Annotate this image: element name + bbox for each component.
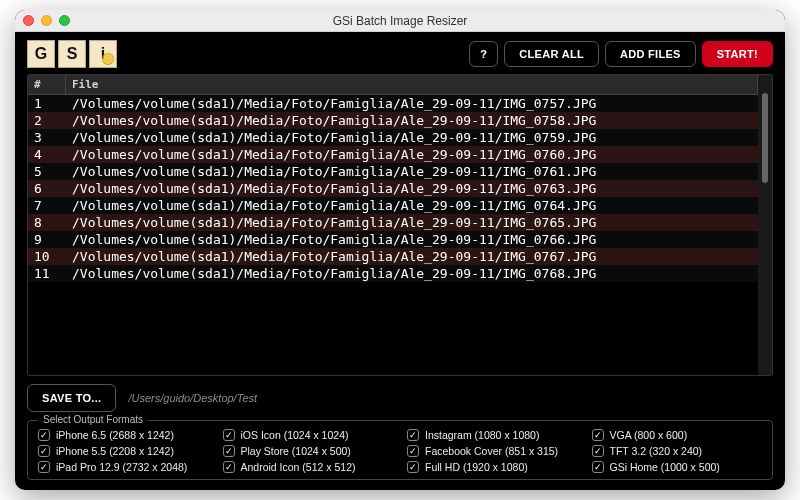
checkbox-icon[interactable] [407, 445, 419, 457]
logo-tile: G [27, 40, 55, 68]
checkbox-icon[interactable] [592, 461, 604, 473]
checkbox-icon[interactable] [592, 429, 604, 441]
format-option[interactable]: GSi Home (1000 x 500) [592, 461, 763, 473]
cell-index: 9 [28, 231, 66, 248]
cell-file: /Volumes/volume(sda1)/Media/Foto/Famigli… [66, 112, 758, 129]
zoom-icon[interactable] [59, 15, 70, 26]
cell-index: 5 [28, 163, 66, 180]
cell-index: 7 [28, 197, 66, 214]
checkbox-icon[interactable] [38, 429, 50, 441]
table-row[interactable]: 8/Volumes/volume(sda1)/Media/Foto/Famigl… [28, 214, 758, 231]
format-label: iOS Icon (1024 x 1024) [241, 429, 349, 441]
format-label: GSi Home (1000 x 500) [610, 461, 720, 473]
start-button[interactable]: START! [702, 41, 773, 67]
col-index[interactable]: # [28, 75, 66, 94]
cell-index: 8 [28, 214, 66, 231]
window-controls [23, 15, 70, 26]
save-row: SAVE TO... /Users/guido/Desktop/Test [27, 384, 773, 412]
content: G S i ? CLEAR ALL ADD FILES START! # Fil… [15, 32, 785, 490]
save-to-button[interactable]: SAVE TO... [27, 384, 116, 412]
table-row[interactable]: 1/Volumes/volume(sda1)/Media/Foto/Famigl… [28, 95, 758, 112]
format-label: iPhone 6.5 (2688 x 1242) [56, 429, 174, 441]
cell-file: /Volumes/volume(sda1)/Media/Foto/Famigli… [66, 197, 758, 214]
cell-file: /Volumes/volume(sda1)/Media/Foto/Famigli… [66, 265, 758, 282]
help-button[interactable]: ? [469, 41, 498, 67]
logo-tile: S [58, 40, 86, 68]
format-label: Play Store (1024 x 500) [241, 445, 351, 457]
checkbox-icon[interactable] [223, 429, 235, 441]
format-label: TFT 3.2 (320 x 240) [610, 445, 703, 457]
cell-file: /Volumes/volume(sda1)/Media/Foto/Famigli… [66, 163, 758, 180]
cell-index: 4 [28, 146, 66, 163]
table-row[interactable]: 7/Volumes/volume(sda1)/Media/Foto/Famigl… [28, 197, 758, 214]
vertical-scrollbar[interactable] [758, 75, 772, 375]
cell-file: /Volumes/volume(sda1)/Media/Foto/Famigli… [66, 248, 758, 265]
clear-all-button[interactable]: CLEAR ALL [504, 41, 599, 67]
format-option[interactable]: Facebook Cover (851 x 315) [407, 445, 578, 457]
close-icon[interactable] [23, 15, 34, 26]
cell-file: /Volumes/volume(sda1)/Media/Foto/Famigli… [66, 129, 758, 146]
cell-index: 2 [28, 112, 66, 129]
add-files-button[interactable]: ADD FILES [605, 41, 696, 67]
table-row[interactable]: 2/Volumes/volume(sda1)/Media/Foto/Famigl… [28, 112, 758, 129]
top-row: G S i ? CLEAR ALL ADD FILES START! [27, 40, 773, 68]
output-formats-group: Select Output Formats iPhone 6.5 (2688 x… [27, 420, 773, 480]
format-label: Android Icon (512 x 512) [241, 461, 356, 473]
checkbox-icon[interactable] [38, 461, 50, 473]
minimize-icon[interactable] [41, 15, 52, 26]
save-path: /Users/guido/Desktop/Test [128, 392, 257, 404]
cell-index: 3 [28, 129, 66, 146]
checkbox-icon[interactable] [38, 445, 50, 457]
format-label: iPhone 5.5 (2208 x 1242) [56, 445, 174, 457]
file-table: # File 1/Volumes/volume(sda1)/Media/Foto… [27, 74, 773, 376]
cell-index: 1 [28, 95, 66, 112]
format-option[interactable]: Instagram (1080 x 1080) [407, 429, 578, 441]
format-option[interactable]: iOS Icon (1024 x 1024) [223, 429, 394, 441]
format-option[interactable]: Full HD (1920 x 1080) [407, 461, 578, 473]
format-label: Facebook Cover (851 x 315) [425, 445, 558, 457]
format-option[interactable]: Play Store (1024 x 500) [223, 445, 394, 457]
cell-file: /Volumes/volume(sda1)/Media/Foto/Famigli… [66, 95, 758, 112]
app-logo: G S i [27, 40, 117, 68]
cell-file: /Volumes/volume(sda1)/Media/Foto/Famigli… [66, 146, 758, 163]
format-label: VGA (800 x 600) [610, 429, 688, 441]
table-row[interactable]: 10/Volumes/volume(sda1)/Media/Foto/Famig… [28, 248, 758, 265]
cell-index: 11 [28, 265, 66, 282]
app-window: GSi Batch Image Resizer G S i ? CLEAR AL… [15, 10, 785, 490]
formats-grid: iPhone 6.5 (2688 x 1242)iOS Icon (1024 x… [38, 429, 762, 473]
logo-tile: i [89, 40, 117, 68]
titlebar: GSi Batch Image Resizer [15, 10, 785, 32]
checkbox-icon[interactable] [407, 429, 419, 441]
formats-legend: Select Output Formats [38, 414, 148, 425]
checkbox-icon[interactable] [407, 461, 419, 473]
table-header: # File [28, 75, 758, 95]
toolbar: ? CLEAR ALL ADD FILES START! [469, 41, 773, 67]
cell-file: /Volumes/volume(sda1)/Media/Foto/Famigli… [66, 214, 758, 231]
format-option[interactable]: iPhone 6.5 (2688 x 1242) [38, 429, 209, 441]
cell-index: 10 [28, 248, 66, 265]
format-option[interactable]: VGA (800 x 600) [592, 429, 763, 441]
table-row[interactable]: 4/Volumes/volume(sda1)/Media/Foto/Famigl… [28, 146, 758, 163]
format-option[interactable]: iPad Pro 12.9 (2732 x 2048) [38, 461, 209, 473]
cell-index: 6 [28, 180, 66, 197]
table-row[interactable]: 5/Volumes/volume(sda1)/Media/Foto/Famigl… [28, 163, 758, 180]
table-inner: # File 1/Volumes/volume(sda1)/Media/Foto… [28, 75, 758, 375]
cell-file: /Volumes/volume(sda1)/Media/Foto/Famigli… [66, 180, 758, 197]
format-label: Full HD (1920 x 1080) [425, 461, 528, 473]
table-body: 1/Volumes/volume(sda1)/Media/Foto/Famigl… [28, 95, 758, 375]
checkbox-icon[interactable] [592, 445, 604, 457]
format-option[interactable]: iPhone 5.5 (2208 x 1242) [38, 445, 209, 457]
table-row[interactable]: 3/Volumes/volume(sda1)/Media/Foto/Famigl… [28, 129, 758, 146]
window-title: GSi Batch Image Resizer [15, 14, 785, 28]
format-option[interactable]: Android Icon (512 x 512) [223, 461, 394, 473]
table-row[interactable]: 9/Volumes/volume(sda1)/Media/Foto/Famigl… [28, 231, 758, 248]
checkbox-icon[interactable] [223, 461, 235, 473]
format-label: iPad Pro 12.9 (2732 x 2048) [56, 461, 187, 473]
format-label: Instagram (1080 x 1080) [425, 429, 539, 441]
cell-file: /Volumes/volume(sda1)/Media/Foto/Famigli… [66, 231, 758, 248]
table-row[interactable]: 6/Volumes/volume(sda1)/Media/Foto/Famigl… [28, 180, 758, 197]
checkbox-icon[interactable] [223, 445, 235, 457]
col-file[interactable]: File [66, 75, 758, 94]
format-option[interactable]: TFT 3.2 (320 x 240) [592, 445, 763, 457]
table-row[interactable]: 11/Volumes/volume(sda1)/Media/Foto/Famig… [28, 265, 758, 282]
